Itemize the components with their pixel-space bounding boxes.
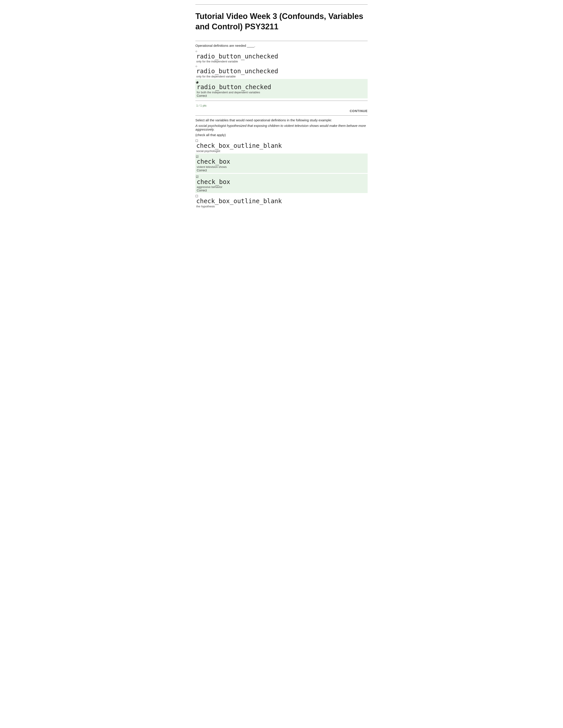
q2-option-4-label: check_box_outline_blank bbox=[196, 198, 368, 205]
q1-option-3-correct: Correct bbox=[197, 94, 366, 98]
q1-option-2[interactable]: ○ radio_button_unchecked only for the de… bbox=[195, 64, 368, 78]
question-2-text: Select all the variables that would need… bbox=[195, 118, 368, 122]
q1-option-1-subtext: only for the independent variable bbox=[196, 60, 368, 63]
q2-option-2-correct: Correct bbox=[197, 169, 366, 172]
question-1: Operational definitions are needed ____.… bbox=[195, 44, 368, 107]
checkbox-unchecked-icon-4: ☐ bbox=[195, 195, 198, 198]
q1-option-3-subtext: for both the independent and dependent v… bbox=[197, 91, 366, 94]
q2-option-3[interactable]: ☑ check_box aggressive behavior Correct bbox=[195, 174, 368, 193]
q2-option-4[interactable]: ☐ check_box_outline_blank the hypothesis bbox=[195, 194, 368, 208]
continue-button[interactable]: CONTINUE bbox=[195, 109, 368, 113]
radio-unchecked-icon-2: ○ bbox=[195, 65, 197, 68]
radio-unchecked-icon-1: ○ bbox=[195, 50, 197, 53]
section-divider-1 bbox=[195, 41, 368, 41]
q1-option-2-subtext: only for the dependent variable bbox=[196, 75, 368, 78]
q1-option-3[interactable]: ◕ radio_button_checked for both the inde… bbox=[195, 79, 368, 98]
q2-option-1-label: check_box_outline_blank bbox=[196, 143, 368, 149]
q2-option-4-subtext: the hypothesis bbox=[196, 205, 368, 208]
q2-option-1[interactable]: ☐ check_box_outline_blank social psychol… bbox=[195, 139, 368, 153]
checkbox-checked-icon-2: ☑ bbox=[196, 155, 199, 158]
q2-option-2[interactable]: ☑ check_box violent television shows Cor… bbox=[195, 154, 368, 173]
q1-option-3-label: radio_button_checked bbox=[197, 84, 366, 91]
question-2-check-all: (check all that apply) bbox=[195, 133, 368, 137]
section-divider-2 bbox=[195, 115, 368, 116]
q2-option-1-subtext: social psychologist bbox=[196, 149, 368, 153]
checkbox-checked-icon-3: ☑ bbox=[196, 175, 199, 178]
q1-option-2-label: radio_button_unchecked bbox=[196, 68, 368, 75]
checkbox-unchecked-icon-1: ☐ bbox=[195, 139, 198, 142]
q1-option-1-label: radio_button_unchecked bbox=[196, 53, 368, 60]
radio-checked-icon-3: ◕ bbox=[196, 81, 198, 84]
page-title-bold: Tutorial Video Week 3 bbox=[195, 12, 277, 21]
q1-score: 1 / 1 pts bbox=[196, 104, 206, 107]
q1-option-1[interactable]: ○ radio_button_unchecked only for the in… bbox=[195, 49, 368, 63]
q2-option-3-label: check_box bbox=[197, 179, 366, 186]
q2-option-3-subtext: aggressive behavior bbox=[197, 185, 366, 189]
page-title: Tutorial Video Week 3 (Confounds, Variab… bbox=[195, 11, 368, 32]
q2-option-2-subtext: violent television shows bbox=[197, 165, 366, 169]
top-divider bbox=[195, 4, 368, 5]
question-2-italic: A social psychologist hypothesized that … bbox=[195, 124, 368, 131]
question-2: Select all the variables that would need… bbox=[195, 118, 368, 208]
question-1-text: Operational definitions are needed ____. bbox=[195, 44, 368, 47]
q2-option-3-correct: Correct bbox=[197, 189, 366, 192]
q2-option-2-label: check_box bbox=[197, 158, 366, 165]
